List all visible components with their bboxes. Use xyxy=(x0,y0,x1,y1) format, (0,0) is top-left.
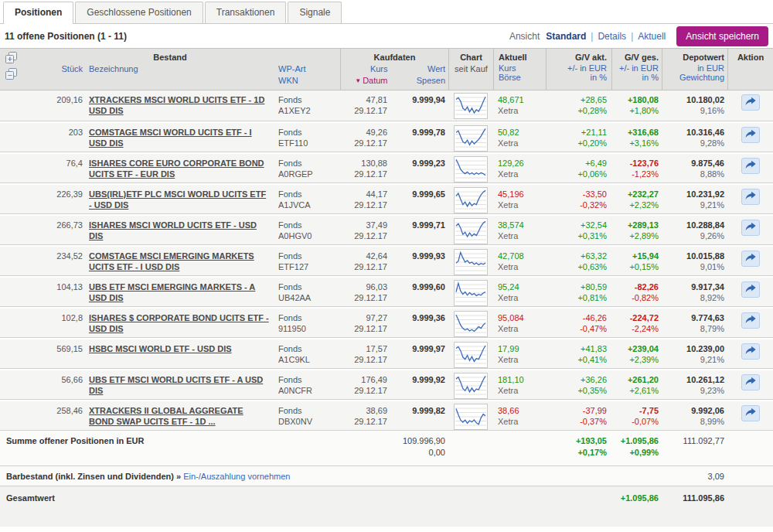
position-value: 9.917,34 xyxy=(662,281,724,292)
gv-ges-eur: -123,76 xyxy=(611,158,659,169)
buy-price: 38,69 xyxy=(340,405,387,416)
position-name-link[interactable]: COMSTAGE MSCI WORLD UCITS ETF - I USD DI… xyxy=(89,128,252,148)
position-name-link[interactable]: COMSTAGE MSCI EMERGING MARKETS UCITS ETF… xyxy=(89,251,254,271)
column-gv-akt-eur[interactable]: +/- in EUR xyxy=(567,63,607,73)
position-quantity: 209,16 xyxy=(23,90,89,121)
tab-transaktionen[interactable]: Transaktionen xyxy=(205,2,287,23)
buy-date: 29.12.17 xyxy=(340,261,387,272)
buy-value: 9.999,23 xyxy=(390,158,445,169)
column-stueck[interactable]: Stück xyxy=(61,64,83,73)
tab-signale[interactable]: Signale xyxy=(288,2,342,23)
collapse-all-icon[interactable] xyxy=(5,68,18,80)
position-name-link[interactable]: HSBC MSCI WORLD ETF - USD DIS xyxy=(89,344,232,353)
action-button[interactable] xyxy=(741,343,760,360)
action-button[interactable] xyxy=(741,189,760,205)
position-type: Fonds xyxy=(278,158,340,169)
current-price: 45,196 xyxy=(498,189,546,200)
position-name-link[interactable]: XTRACKERS MSCI WORLD UCITS ETF - 1D USD … xyxy=(89,95,264,115)
position-quantity: 102,8 xyxy=(23,309,89,337)
position-value: 10.239,00 xyxy=(662,343,724,354)
view-details-link[interactable]: Details xyxy=(598,31,626,42)
column-group-chart: Chart xyxy=(449,52,493,63)
column-gv-ges-pct[interactable]: in % xyxy=(642,73,659,82)
sparkline-chart xyxy=(454,404,488,430)
gv-ges-eur: +232,27 xyxy=(611,189,659,200)
gv-ges-pct: -0,82% xyxy=(611,292,659,303)
position-name-link[interactable]: ISHARES MSCI WORLD UCITS ETF - USD DIS xyxy=(89,220,257,240)
action-button[interactable] xyxy=(741,127,760,143)
gv-akt-pct: +0,41% xyxy=(546,354,607,365)
position-type: Fonds xyxy=(278,94,340,105)
view-separator: | xyxy=(591,31,593,42)
position-name-link[interactable]: UBS ETF MSCI WORLD UCITS ETF - A USD DIS xyxy=(89,375,263,395)
gv-akt-pct: +0,20% xyxy=(546,138,607,148)
sum-gv-akt-pct: +0,17% xyxy=(546,447,607,459)
buy-price: 17,57 xyxy=(340,343,387,354)
gv-ges-pct: +2,32% xyxy=(611,200,659,210)
deposit-withdraw-link[interactable]: Ein-/Auszahlung vornehmen xyxy=(183,472,290,481)
view-standard-link[interactable]: Standard xyxy=(546,31,586,42)
exchange-name: Xetra xyxy=(498,416,546,427)
action-button[interactable] xyxy=(741,94,760,111)
save-view-button[interactable]: Ansicht speichern xyxy=(676,26,768,46)
gv-akt-eur: +80,59 xyxy=(546,281,607,292)
column-bezeichnung[interactable]: Bezeichnung xyxy=(89,64,138,73)
buy-date: 29.12.17 xyxy=(340,416,387,427)
position-type: Fonds xyxy=(278,220,340,230)
position-name-link[interactable]: UBS(IRL)ETF PLC MSCI WORLD UCITS ETF - U… xyxy=(89,189,266,210)
column-boerse[interactable]: Börse xyxy=(499,73,521,82)
sort-descending-icon: ▼ xyxy=(355,77,361,84)
tab-positionen[interactable]: Positionen xyxy=(3,2,73,24)
position-row: 104,13 UBS ETF MSCI EMERGING MARKETS - A… xyxy=(0,276,773,307)
tab-geschlossene-positionen[interactable]: Geschlossene Positionen xyxy=(75,2,203,23)
gv-ges-eur: +15,94 xyxy=(611,251,659,261)
buy-price: 97,27 xyxy=(340,312,387,323)
view-separator: | xyxy=(631,31,633,42)
position-quantity: 226,39 xyxy=(23,185,89,213)
column-gv-ges-eur[interactable]: +/- in EUR xyxy=(619,63,659,73)
buy-value: 9.999,65 xyxy=(390,189,445,200)
column-group-kaufdaten: Kaufdaten xyxy=(341,52,448,63)
exchange-name: Xetra xyxy=(498,292,546,303)
action-button[interactable] xyxy=(741,312,760,329)
position-value: 9.774,63 xyxy=(662,312,724,323)
column-wkn[interactable]: WKN xyxy=(278,76,298,85)
forward-arrow-icon xyxy=(744,408,757,417)
action-button[interactable] xyxy=(741,405,760,421)
buy-date: 29.12.17 xyxy=(340,230,387,241)
action-button[interactable] xyxy=(741,220,760,236)
action-button[interactable] xyxy=(741,281,760,298)
current-price: 95,084 xyxy=(498,312,546,323)
column-spesen[interactable]: Spesen xyxy=(417,76,445,85)
column-wert[interactable]: Wert xyxy=(427,64,445,73)
sparkline-chart xyxy=(454,156,488,182)
column-aktuell-kurs[interactable]: Kurs xyxy=(499,63,516,73)
position-wkn: 911950 xyxy=(278,323,340,334)
column-kurs[interactable]: Kurs xyxy=(370,64,388,73)
column-gewichtung[interactable]: Gewichtung xyxy=(679,73,724,82)
position-name-link[interactable]: XTRACKERS II GLOBAL AGGREGATE BOND SWAP … xyxy=(89,406,243,426)
current-price: 17,99 xyxy=(498,343,546,354)
position-quantity: 203 xyxy=(23,123,89,152)
column-wp-art[interactable]: WP-Art xyxy=(278,64,305,73)
buy-date: 29.12.17 xyxy=(340,105,387,116)
column-in-eur[interactable]: in EUR xyxy=(697,63,724,73)
exchange-name: Xetra xyxy=(498,138,546,148)
column-datum-sorted[interactable]: Datum xyxy=(363,76,387,85)
sum-row: Summe offener Positionen in EUR 109.996,… xyxy=(0,431,773,466)
expand-all-icon[interactable] xyxy=(5,52,18,64)
view-aktuell-link[interactable]: Aktuell xyxy=(638,31,666,42)
position-name-link[interactable]: ISHARES $ CORPORATE BOND UCITS ETF - USD… xyxy=(89,313,269,333)
position-name-link[interactable]: ISHARES CORE EURO CORPORATE BOND UCITS E… xyxy=(89,159,264,179)
exchange-name: Xetra xyxy=(498,105,546,116)
toolbar: 11 offene Positionen (1 - 11) Ansicht St… xyxy=(0,24,773,48)
sparkline-chart xyxy=(454,93,488,119)
action-button[interactable] xyxy=(741,374,760,390)
action-button[interactable] xyxy=(741,158,760,174)
position-name-link[interactable]: UBS ETF MSCI EMERGING MARKETS - A USD DI… xyxy=(89,282,255,302)
gv-ges-pct: +2,89% xyxy=(611,230,659,241)
action-button[interactable] xyxy=(741,251,760,267)
column-gv-akt-pct[interactable]: in % xyxy=(591,73,607,82)
buy-date: 29.12.17 xyxy=(340,292,387,303)
position-row: 266,73 ISHARES MSCI WORLD UCITS ETF - US… xyxy=(0,214,773,245)
